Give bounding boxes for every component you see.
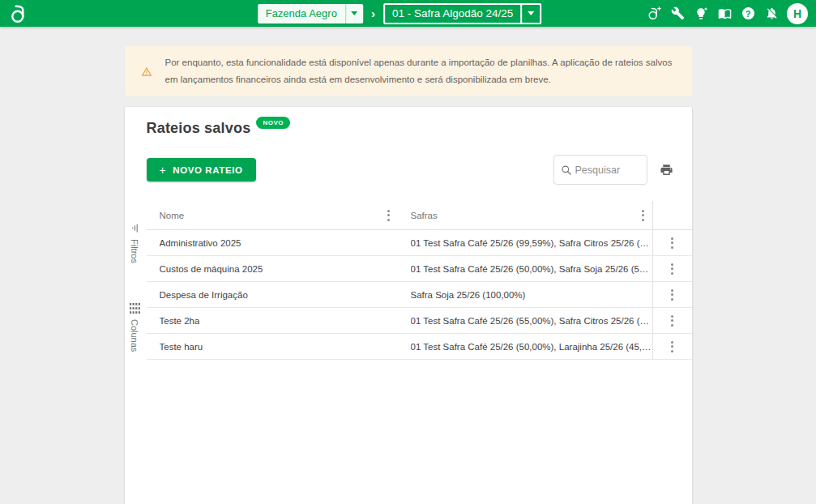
row-safras: 01 Test Safra Café 25/26 (50,00%), Laraj…	[411, 342, 652, 352]
help-glyph: ?	[742, 7, 754, 19]
new-rateio-button[interactable]: + NOVO RATEIO	[147, 158, 256, 182]
chevron-down-icon	[520, 5, 540, 23]
table-row[interactable]: Despesa de Irrigação Safra Soja 25/26 (1…	[147, 282, 692, 308]
aegro-add-icon[interactable]	[646, 6, 662, 22]
row-safras: 01 Test Safra Café 25/26 (99,59%), Safra…	[411, 238, 652, 248]
rateios-card: Filtros Colunas Rateios salvos NOVO + NO…	[125, 107, 692, 504]
column-menu-safras[interactable]	[639, 207, 647, 224]
chevron-down-icon	[345, 4, 363, 23]
search-icon	[561, 164, 572, 176]
row-menu-button[interactable]	[668, 286, 677, 304]
row-menu-button[interactable]	[668, 260, 677, 278]
book-icon[interactable]	[716, 6, 733, 22]
warning-icon	[141, 64, 152, 79]
season-selector-label: 01 - Safra Algodão 24/25	[385, 5, 520, 23]
row-nome: Despesa de Irrigação	[160, 290, 248, 300]
column-header-nome: Nome	[160, 211, 185, 220]
wrench-icon[interactable]	[669, 6, 686, 22]
table-body: Administrativo 2025 01 Test Safra Café 2…	[147, 230, 692, 360]
side-tab-colunas[interactable]: Colunas	[130, 303, 140, 352]
avatar[interactable]: H	[787, 3, 808, 24]
top-bar: Fazenda Aegro › 01 - Safra Algodão 24/25	[0, 0, 816, 27]
notifications-off-icon[interactable]	[763, 6, 780, 22]
breadcrumb-separator: ›	[371, 6, 375, 20]
table-row[interactable]: Teste haru 01 Test Safra Café 25/26 (50,…	[147, 334, 692, 360]
warning-banner-text: Por enquanto, esta funcionalidade está d…	[165, 54, 676, 88]
table-row[interactable]: Administrativo 2025 01 Test Safra Café 2…	[147, 230, 692, 256]
page-title: Rateios salvos	[147, 120, 251, 137]
side-tab-filtros[interactable]: Filtros	[130, 223, 140, 263]
side-tab-colunas-label: Colunas	[130, 319, 139, 352]
row-safras: Safra Soja 25/26 (100,00%)	[411, 290, 526, 300]
search-box	[553, 155, 647, 185]
printer-icon	[660, 163, 673, 177]
side-tab-filtros-label: Filtros	[130, 239, 139, 263]
actions-column-header	[652, 201, 692, 229]
table-header-row: Nome Safras	[147, 201, 692, 230]
aegro-logo[interactable]	[0, 3, 29, 24]
row-menu-button[interactable]	[668, 312, 677, 330]
aegro-logo-icon	[8, 3, 29, 24]
farm-selector-label: Fazenda Aegro	[258, 4, 345, 23]
row-nome: Teste 2ha	[160, 316, 200, 326]
print-button[interactable]	[660, 163, 673, 177]
row-menu-button[interactable]	[668, 234, 677, 252]
row-safras: 01 Test Safra Café 25/26 (50,00%), Safra…	[411, 264, 652, 274]
novo-badge: NOVO	[256, 117, 290, 129]
help-icon[interactable]: ?	[740, 6, 756, 22]
grid-icon	[130, 303, 140, 314]
row-menu-button[interactable]	[668, 338, 677, 356]
warning-banner: Por enquanto, esta funcionalidade está d…	[125, 46, 692, 96]
farm-selector[interactable]: Fazenda Aegro	[258, 4, 363, 23]
column-header-safras: Safras	[411, 211, 438, 220]
filter-icon	[130, 223, 140, 233]
column-menu-nome[interactable]	[384, 207, 393, 224]
new-rateio-button-label: NOVO RATEIO	[173, 165, 242, 175]
row-nome: Teste haru	[160, 342, 203, 352]
lightbulb-plus-icon[interactable]	[693, 6, 709, 22]
rateios-table: Nome Safras Administrativo 2025 01 Test …	[147, 201, 692, 360]
season-selector[interactable]: 01 - Safra Algodão 24/25	[383, 3, 541, 24]
row-nome: Custos de máquina 2025	[160, 264, 263, 274]
plus-icon: +	[160, 164, 167, 177]
table-row[interactable]: Custos de máquina 2025 01 Test Safra Caf…	[147, 256, 692, 282]
table-row[interactable]: Teste 2ha 01 Test Safra Café 25/26 (55,0…	[147, 308, 692, 334]
row-nome: Administrativo 2025	[160, 238, 241, 248]
row-safras: 01 Test Safra Café 25/26 (55,00%), Safra…	[411, 316, 652, 326]
